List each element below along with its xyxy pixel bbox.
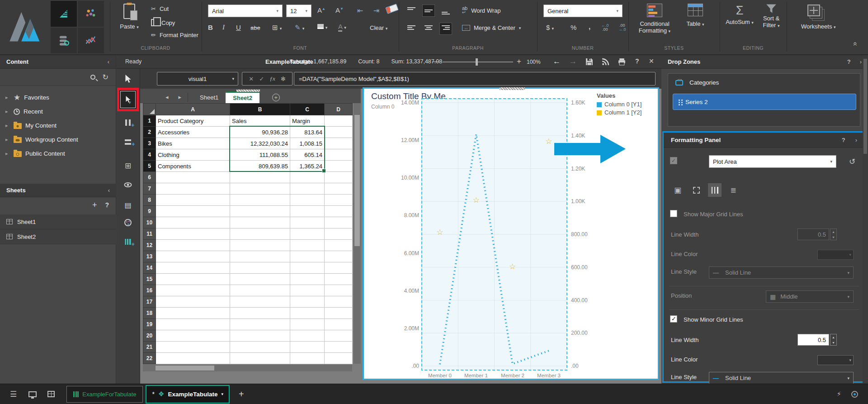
row-header-21[interactable]: 21	[143, 342, 156, 353]
row-header-1[interactable]: 1	[143, 115, 156, 127]
cell-C22[interactable]	[290, 353, 325, 364]
scrollbar-thumb[interactable]	[354, 115, 360, 246]
column-header-C[interactable]: C	[290, 104, 325, 115]
clear-icon[interactable]	[386, 5, 398, 14]
decrease-decimal-button[interactable]: ←.0.00	[601, 24, 609, 32]
word-wrap-button[interactable]: ab↵ Word Wrap	[462, 6, 501, 14]
row-header-19[interactable]: 19	[143, 319, 156, 330]
font-family-select[interactable]: Arial▾	[208, 5, 283, 17]
cell-D2[interactable]	[325, 127, 353, 138]
paste-button[interactable]: Paste ▾	[115, 4, 144, 30]
align-left-button[interactable]	[405, 23, 418, 35]
cell-A8[interactable]	[156, 195, 230, 206]
vertical-scrollbar[interactable]	[354, 103, 361, 364]
cell-C21[interactable]	[290, 342, 325, 353]
merge-center-button[interactable]: ↔ Merge & Center▾	[462, 24, 521, 31]
sheets-list-item[interactable]: Sheet1	[0, 214, 116, 229]
cell-C8[interactable]	[290, 195, 325, 206]
cell-A12[interactable]	[156, 240, 230, 251]
cell-C6[interactable]	[290, 172, 325, 183]
align-center-button[interactable]	[422, 23, 435, 35]
column-header-D[interactable]: D	[325, 104, 353, 115]
major-line-width-input[interactable]: 0.5	[797, 228, 829, 240]
next-sheet-icon[interactable]: ▸	[179, 94, 182, 100]
metrics-module-button[interactable]	[78, 28, 104, 53]
content-item[interactable]: ▸ My Content	[0, 119, 116, 133]
file-tab-1[interactable]: ExampleForTabulate	[66, 386, 143, 403]
cell-D3[interactable]	[325, 138, 353, 149]
cell-B4[interactable]: 111,088.55	[230, 149, 290, 161]
cell-C13[interactable]	[290, 251, 325, 262]
row-header-5[interactable]: 5	[143, 161, 156, 172]
cell-C4[interactable]: 605.14	[290, 149, 325, 161]
cell-D14[interactable]	[325, 262, 353, 274]
sheet-tab-sheet1[interactable]: Sheet1	[193, 91, 226, 103]
minor-line-color-dropdown[interactable]: ▾	[817, 355, 854, 365]
cell-A22[interactable]	[156, 353, 230, 364]
edit-grid-icon[interactable]	[47, 391, 55, 397]
cell-A18[interactable]	[156, 308, 230, 319]
cell-C3[interactable]: 1,008.15	[290, 138, 325, 149]
zoom-out-button[interactable]: —	[433, 57, 439, 65]
cell-C20[interactable]	[290, 330, 325, 342]
cell-D15[interactable]	[325, 274, 353, 285]
cell-C7[interactable]	[290, 183, 325, 195]
cell-C2[interactable]: 813.64	[290, 127, 325, 138]
prev-sheet-icon[interactable]: ◂	[165, 94, 169, 100]
tab-border[interactable]	[689, 183, 703, 197]
currency-button[interactable]: $ ▾	[546, 24, 554, 31]
cell-B7[interactable]	[230, 183, 290, 195]
cell-C1[interactable]: Margin	[290, 115, 325, 127]
collapse-panel-icon[interactable]: ‹	[108, 58, 109, 65]
align-middle-button[interactable]	[422, 5, 435, 17]
cell-A11[interactable]	[156, 228, 230, 240]
cell-C10[interactable]	[290, 217, 325, 228]
tab-fill[interactable]: ▣	[671, 183, 684, 197]
column-header-A[interactable]: A	[156, 104, 230, 115]
cell-A16[interactable]	[156, 285, 230, 296]
row-header-20[interactable]: 20	[143, 330, 156, 342]
cell-A21[interactable]	[156, 342, 230, 353]
search-icon[interactable]	[90, 75, 95, 80]
undo-button[interactable]: ←	[553, 57, 561, 66]
panel-scrollbar[interactable]	[863, 55, 868, 384]
reset-icon[interactable]: ↺	[849, 157, 855, 166]
add-sheet-icon[interactable]: +	[92, 200, 97, 210]
preview-button[interactable]	[124, 182, 132, 189]
power-status-icon[interactable]: ⚡	[836, 390, 841, 398]
add-sheet-button[interactable]: +	[272, 94, 280, 101]
scrollbar-thumb[interactable]	[863, 59, 867, 154]
sheets-help-icon[interactable]: ?	[105, 201, 109, 209]
underline-button[interactable]: U	[236, 24, 241, 31]
comma-button[interactable]: ,	[589, 23, 590, 30]
cell-B3[interactable]: 12,322,030.24	[230, 138, 290, 149]
cell-B11[interactable]	[230, 228, 290, 240]
categories-zone[interactable]: Categories	[668, 74, 860, 86]
row-header-10[interactable]: 10	[143, 217, 156, 228]
cell-B16[interactable]	[230, 285, 290, 296]
cell-A3[interactable]: Bikes	[156, 138, 230, 149]
align-top-button[interactable]	[405, 5, 418, 17]
refresh-icon[interactable]: ↻	[103, 73, 108, 81]
show-major-gridlines-checkbox[interactable]	[670, 210, 677, 217]
cell-B20[interactable]	[230, 330, 290, 342]
minor-line-width-input[interactable]: 0.5	[797, 334, 829, 346]
select-visual-tool-button[interactable]	[120, 91, 136, 108]
row-header-22[interactable]: 22	[143, 353, 156, 364]
cell-C15[interactable]	[290, 274, 325, 285]
cell-B18[interactable]	[230, 308, 290, 319]
expand-arrow-icon[interactable]: ▸	[5, 109, 10, 114]
horizontal-scrollbar[interactable]	[143, 365, 352, 371]
row-header-14[interactable]: 14	[143, 262, 156, 274]
cell-B12[interactable]	[230, 240, 290, 251]
cell-D4[interactable]	[325, 149, 353, 161]
autosum-button[interactable]: Σ AutoSum ▾	[723, 4, 756, 25]
target-enabled-checkbox[interactable]	[670, 157, 677, 164]
cell-C12[interactable]	[290, 240, 325, 251]
table-button[interactable]: Table ▾	[682, 4, 709, 27]
cell-B5[interactable]: 809,639.85	[230, 161, 290, 172]
clear-formatting-button[interactable]: Clear ▾	[370, 24, 387, 31]
cancel-formula-icon[interactable]: ✕	[249, 76, 254, 82]
merge-cells-button[interactable]: ⊞	[125, 161, 131, 171]
align-bottom-button[interactable]	[439, 5, 452, 17]
